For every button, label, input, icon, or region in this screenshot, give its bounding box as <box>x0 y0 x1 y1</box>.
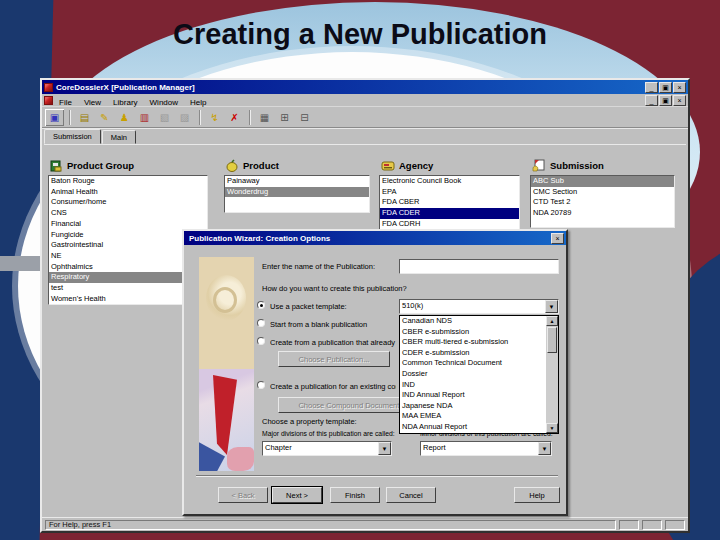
properties-icon[interactable]: ▣ <box>45 109 64 126</box>
submission-list: ABC SubCMC SectionCTD Test 2NDA 20789 <box>530 175 675 228</box>
copy-icon[interactable]: ▨ <box>175 109 194 126</box>
radio-packet-template[interactable] <box>257 301 265 309</box>
cancel-button[interactable]: Cancel <box>386 487 436 503</box>
back-button[interactable]: < Back <box>218 487 268 503</box>
edit-icon[interactable]: ✎ <box>95 109 114 126</box>
divider <box>196 475 558 477</box>
child-restore-button[interactable]: ▣ <box>659 95 672 106</box>
list-item[interactable]: FDA CDER <box>380 208 519 219</box>
tab-main[interactable]: Main <box>102 130 136 144</box>
minor-divisions-combobox[interactable]: Report ▼ <box>420 441 552 456</box>
dropdown-item[interactable]: NDA Annual Report <box>400 422 546 433</box>
toolbar-separator <box>69 110 71 125</box>
template-combobox[interactable]: 510(k) ▼ <box>399 299 559 314</box>
list-item[interactable]: Wonderdrug <box>225 187 369 198</box>
dropdown-item[interactable]: IND <box>400 380 546 391</box>
publication-wizard-dialog: Publication Wizard: Creation Options × E… <box>182 229 568 516</box>
product-list: PainawayWonderdrug <box>224 175 370 213</box>
property-template-label: Choose a property template: <box>262 417 357 426</box>
dropdown-item[interactable]: CDER e-submission <box>400 348 546 359</box>
dialog-titlebar[interactable]: Publication Wizard: Creation Options × <box>184 231 566 245</box>
menu-view[interactable]: View <box>84 98 101 107</box>
agency-icon <box>381 159 395 172</box>
list-item[interactable]: ABC Sub <box>531 176 674 187</box>
library-icon[interactable]: ▤ <box>75 109 94 126</box>
dropdown-item[interactable]: CBER e-submission <box>400 327 546 338</box>
book-icon[interactable]: ▥ <box>135 109 154 126</box>
create-question-label: How do you want to create this publicati… <box>262 284 407 293</box>
dropdown-item[interactable]: Common Technical Document <box>400 358 546 369</box>
choose-publication-button[interactable]: Choose Publication... <box>278 351 390 367</box>
link-icon[interactable]: ▧ <box>155 109 174 126</box>
dropdown-item[interactable]: Dossier <box>400 369 546 380</box>
scroll-up-icon[interactable]: ▲ <box>546 316 558 326</box>
user-icon[interactable]: ♟ <box>115 109 134 126</box>
list-item[interactable]: NDA 20789 <box>531 208 674 219</box>
list-item[interactable]: CMC Section <box>531 187 674 198</box>
list-item[interactable]: Electronic Council Book <box>380 176 519 187</box>
radio-existing-publication[interactable] <box>257 337 265 345</box>
child-minimize-button[interactable]: _ <box>645 95 658 106</box>
status-pane <box>619 520 639 530</box>
list-item[interactable]: CNS <box>49 208 207 219</box>
agency-list: Electronic Council BookEPAFDA CBERFDA CD… <box>379 175 520 230</box>
list-item[interactable]: FDA CDRH <box>380 219 519 230</box>
delete-icon[interactable]: ✗ <box>225 109 244 126</box>
menubar: FileViewLibraryWindowHelp _ ▣ × <box>42 94 688 107</box>
product-group-icon <box>50 159 63 172</box>
tab-strip: SubmissionMain <box>44 130 686 145</box>
list-item[interactable]: FDA CBER <box>380 197 519 208</box>
wand-icon[interactable]: ↯ <box>205 109 224 126</box>
submission-icon <box>532 159 546 172</box>
finish-button[interactable]: Finish <box>330 487 380 503</box>
publication-name-input[interactable] <box>399 259 559 274</box>
template-combobox-value: 510(k) <box>400 300 545 313</box>
list-item[interactable]: Financial <box>49 219 207 230</box>
expand-icon[interactable]: ⊞ <box>275 109 294 126</box>
close-button[interactable]: × <box>673 82 686 93</box>
statusbar: For Help, press F1 <box>42 517 688 531</box>
dropdown-item[interactable]: IND Annual Report <box>400 390 546 401</box>
list-item[interactable]: Baton Rouge <box>49 176 207 187</box>
next-button[interactable]: Next > <box>272 487 322 503</box>
status-pane <box>665 520 685 530</box>
dropdown-item[interactable]: Canadian NDS <box>400 316 546 327</box>
chevron-down-icon[interactable]: ▼ <box>538 442 551 455</box>
scroll-down-icon[interactable]: ▼ <box>546 423 558 433</box>
product-icon <box>226 159 239 172</box>
dropdown-item[interactable]: CBER multi-tiered e-submission <box>400 337 546 348</box>
printer-icon[interactable]: ▦ <box>255 109 274 126</box>
product-header: Product <box>226 159 279 172</box>
list-item[interactable]: Consumer/home <box>49 197 207 208</box>
list-item[interactable]: CTD Test 2 <box>531 197 674 208</box>
radio-existing-compound[interactable] <box>257 381 265 389</box>
child-close-button[interactable]: × <box>673 95 686 106</box>
chevron-down-icon[interactable]: ▼ <box>545 300 558 313</box>
help-button[interactable]: Help <box>514 487 560 503</box>
radio-existing-compound-label: Create a publication for an existing com… <box>270 382 396 391</box>
major-divisions-label: Major divisions of this publication are … <box>262 430 395 437</box>
menu-file[interactable]: File <box>59 98 72 107</box>
left-gray-bar <box>0 256 42 271</box>
submission-header: Submission <box>532 159 604 172</box>
collapse-icon[interactable]: ⊟ <box>295 109 314 126</box>
menu-help[interactable]: Help <box>190 98 206 107</box>
list-item[interactable]: EPA <box>380 187 519 198</box>
list-item[interactable]: Animal Health <box>49 187 207 198</box>
dropdown-item[interactable]: Japanese NDA <box>400 401 546 412</box>
restore-button[interactable]: ▣ <box>659 82 672 93</box>
scrollbar-thumb[interactable] <box>547 327 557 353</box>
minimize-button[interactable]: _ <box>645 82 658 93</box>
menu-window[interactable]: Window <box>150 98 178 107</box>
major-divisions-combobox[interactable]: Chapter ▼ <box>262 441 392 456</box>
radio-blank-publication[interactable] <box>257 319 265 327</box>
dialog-close-button[interactable]: × <box>551 233 564 244</box>
status-text: For Help, press F1 <box>45 520 616 530</box>
radio-existing-publication-label: Create from a publication that already e… <box>270 338 396 347</box>
tab-submission[interactable]: Submission <box>44 129 101 144</box>
list-item[interactable]: Painaway <box>225 176 369 187</box>
dropdown-item[interactable]: MAA EMEA <box>400 411 546 422</box>
chevron-down-icon[interactable]: ▼ <box>378 442 391 455</box>
dropdown-scrollbar[interactable]: ▲ ▼ <box>546 316 558 433</box>
menu-library[interactable]: Library <box>113 98 137 107</box>
